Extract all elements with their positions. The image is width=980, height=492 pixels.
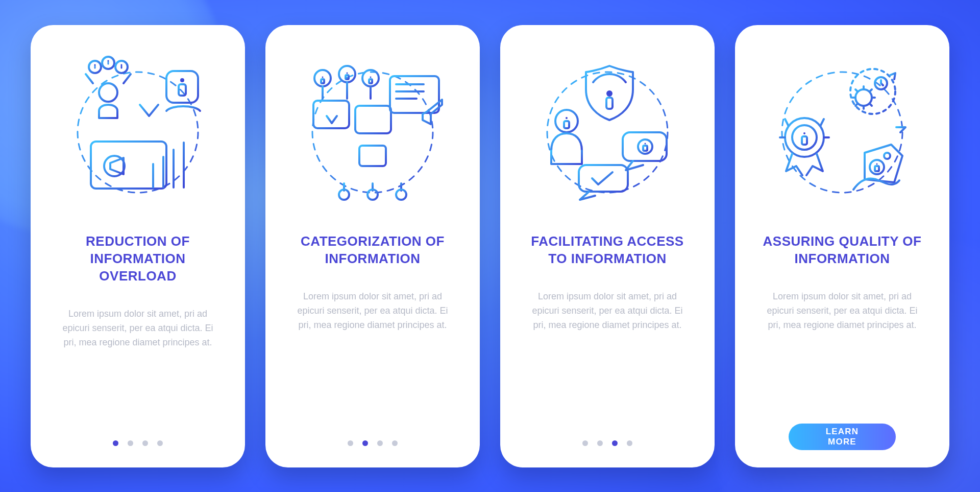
- svg-point-9: [180, 78, 184, 82]
- categorization-icon: [298, 56, 447, 205]
- page-dot-3[interactable]: [142, 440, 148, 446]
- page-dot-4[interactable]: [627, 440, 632, 446]
- onboarding-card-3: FACILITATING ACCESS TO INFORMATION Lorem…: [500, 25, 715, 467]
- svg-rect-24: [355, 106, 391, 133]
- page-dot-4[interactable]: [157, 440, 163, 446]
- onboarding-card-4: ASSURING QUALITY OF INFORMATION Lorem ip…: [735, 25, 949, 467]
- page-dot-3[interactable]: [612, 440, 618, 446]
- svg-point-38: [645, 143, 646, 144]
- facilitating-access-icon: [533, 56, 682, 205]
- card-description: Lorem ipsum dolor sit amet, pri ad epicu…: [61, 307, 214, 350]
- onboarding-card-2: CATEGORIZATION OF INFORMATION Lorem ipsu…: [265, 25, 480, 467]
- learn-more-button[interactable]: LEARN MORE: [789, 424, 896, 450]
- card-description: Lorem ipsum dolor sit amet, pri ad epicu…: [766, 290, 919, 333]
- svg-rect-26: [359, 146, 386, 166]
- page-dot-1[interactable]: [348, 440, 353, 446]
- svg-rect-18: [321, 79, 324, 83]
- svg-point-49: [884, 153, 890, 159]
- card-title: FACILITATING ACCESS TO INFORMATION: [523, 232, 692, 268]
- page-dot-3[interactable]: [377, 440, 383, 446]
- svg-rect-40: [579, 165, 628, 192]
- svg-point-21: [370, 76, 372, 78]
- svg-point-34: [566, 117, 568, 119]
- svg-point-47: [803, 132, 805, 134]
- page-indicator: [265, 440, 480, 446]
- card-description: Lorem ipsum dolor sit amet, pri ad epicu…: [531, 290, 684, 333]
- page-indicator: [31, 440, 245, 446]
- page-dot-1[interactable]: [582, 440, 588, 446]
- onboarding-card-1: REDUCTION OF INFORMATION OVERLOAD Lorem …: [31, 25, 245, 467]
- svg-point-6: [107, 60, 109, 61]
- svg-rect-52: [875, 166, 879, 171]
- svg-point-0: [78, 72, 198, 193]
- svg-rect-39: [643, 146, 647, 151]
- svg-point-19: [347, 72, 348, 74]
- page-dot-4[interactable]: [392, 440, 398, 446]
- page-dot-2[interactable]: [597, 440, 603, 446]
- card-title: ASSURING QUALITY OF INFORMATION: [757, 232, 927, 268]
- card-description: Lorem ipsum dolor sit amet, pri ad epicu…: [296, 290, 449, 333]
- reduction-overload-icon: [63, 56, 212, 205]
- assuring-quality-icon: [768, 56, 917, 205]
- svg-rect-32: [606, 98, 612, 109]
- svg-rect-22: [369, 79, 372, 83]
- svg-point-51: [876, 163, 878, 165]
- svg-point-7: [120, 64, 122, 65]
- page-indicator: [500, 440, 715, 446]
- svg-rect-23: [313, 101, 349, 128]
- onboarding-cards-row: REDUCTION OF INFORMATION OVERLOAD Lorem …: [0, 0, 980, 492]
- svg-point-41: [782, 72, 902, 193]
- page-dot-2[interactable]: [128, 440, 133, 446]
- card-title: CATEGORIZATION OF INFORMATION: [288, 232, 457, 268]
- card-title: REDUCTION OF INFORMATION OVERLOAD: [53, 232, 223, 285]
- svg-rect-35: [564, 121, 569, 128]
- svg-rect-8: [166, 71, 198, 103]
- page-dot-1[interactable]: [113, 440, 118, 446]
- svg-point-5: [94, 64, 95, 65]
- svg-point-1: [99, 83, 117, 102]
- page-dot-2[interactable]: [362, 440, 368, 446]
- svg-point-31: [606, 90, 612, 97]
- svg-rect-48: [802, 136, 807, 145]
- svg-point-17: [322, 76, 324, 78]
